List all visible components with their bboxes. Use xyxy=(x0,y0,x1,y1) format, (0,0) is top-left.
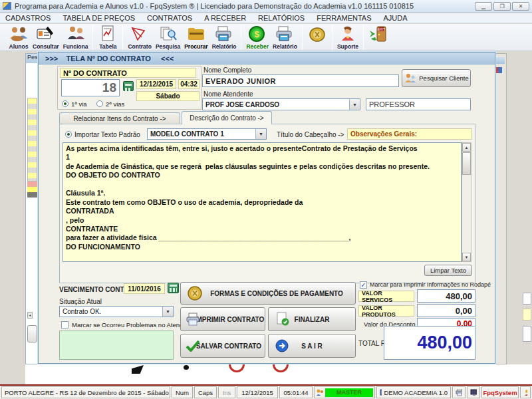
status-bar: PORTO ALEGRE - RS 12 de Dezembro de 2015… xyxy=(0,386,532,399)
chevron-down-icon[interactable]: ▼ xyxy=(349,99,360,110)
products-value[interactable]: 0,00 xyxy=(417,304,475,317)
contract-text-area[interactable]: As partes acima identificadas têm, entre… xyxy=(63,142,462,262)
background-value-box xyxy=(523,326,531,342)
attendant-combo[interactable]: PROF JOSE CARDOSO ▼ xyxy=(202,98,360,110)
menu-item-a-receber[interactable]: A RECEBER xyxy=(204,14,246,22)
status-date: 12/12/2015 xyxy=(237,386,278,398)
menu-item-cadastros[interactable]: CADASTROS xyxy=(5,14,51,22)
menu-item-contratos[interactable]: CONTRATOS xyxy=(147,14,192,22)
tab-relacionar-itens[interactable]: Relacionar Itens do Contrato -> xyxy=(59,112,180,124)
pen-contract-icon xyxy=(130,25,150,43)
toolbar-funcionario-button[interactable]: Funciona xyxy=(61,25,90,51)
via2-label: 2ª vias xyxy=(106,100,124,108)
menu-bar: CADASTROS TABELA DE PREÇOS CONTRATOS A R… xyxy=(0,13,532,23)
toolbar-receber-button[interactable]: $ Receber xyxy=(244,25,271,51)
attendant-role-input[interactable]: PROFESSOR xyxy=(366,98,471,110)
toolbar-suporte-button[interactable]: Suporte xyxy=(335,25,360,51)
app-icon xyxy=(3,2,11,10)
clear-text-button[interactable]: Limpar Texto xyxy=(424,265,472,276)
due-date-input[interactable]: 11/01/2016 xyxy=(124,283,165,294)
toolbar-procurar-button[interactable]: Procurar xyxy=(182,25,209,51)
menu-item-ajuda[interactable]: AJUDA xyxy=(384,14,408,22)
toolbar-separator xyxy=(241,25,241,50)
payment-button[interactable]: FORMAS E CONDIÇÕES DE PAGAMENTO xyxy=(180,282,356,305)
svg-text:$: $ xyxy=(255,29,260,39)
menu-item-tabela-de-precos[interactable]: TABELA DE PREÇOS xyxy=(63,14,135,22)
toolbar-exit-button[interactable]: EXIT xyxy=(366,25,390,44)
status-printer[interactable] xyxy=(452,386,466,398)
calculator-icon[interactable] xyxy=(123,81,134,91)
toolbar-relatorio-button[interactable]: Relatório xyxy=(210,25,239,51)
chevron-down-icon[interactable]: ▼ xyxy=(255,129,266,139)
students-icon xyxy=(9,25,29,43)
attendant-label: Nome Atendente xyxy=(203,90,253,98)
services-value[interactable]: 480,00 xyxy=(417,289,475,303)
toolbar: Alunos Consultar Funciona Tabela xyxy=(0,24,532,51)
restore-button[interactable]: ❐ xyxy=(493,2,511,11)
toolbar-separator xyxy=(122,25,123,50)
menu-item-relatorios[interactable]: RELATÓRIOS xyxy=(258,14,305,22)
dialog-titlebar[interactable]: >>> TELA Nº DO CONTRATO <<< xyxy=(39,53,495,65)
header-title-input[interactable]: Observações Gerais: xyxy=(347,128,472,140)
chevron-down-icon[interactable]: ▼ xyxy=(162,307,173,317)
toolbar-consultar-button[interactable]: Consultar xyxy=(31,25,61,51)
status-monitor[interactable] xyxy=(467,386,480,398)
toolbar-contrato-button[interactable]: Contrato xyxy=(126,25,153,51)
minimize-button[interactable]: ▁ xyxy=(475,2,492,11)
calendar-icon[interactable] xyxy=(168,283,179,293)
footer-print-checkbox-label: Marcar para Imprimir Informações no Roda… xyxy=(370,281,491,288)
contract-text-scrollbar[interactable]: ▲ ▼ xyxy=(462,142,471,262)
tab-descricao-contrato[interactable]: Descrição do Contrato -> xyxy=(182,111,272,124)
search-client-button[interactable]: Pesquisar Cliente xyxy=(402,69,471,87)
toolbar-relatorio2-button[interactable]: Relatório xyxy=(271,25,299,51)
status-combo[interactable]: Contrato OK. ▼ xyxy=(59,306,174,317)
contract-number-input[interactable]: 18 xyxy=(61,79,120,96)
toolbar-separator xyxy=(92,25,93,50)
toolbar-pesquisa-button[interactable]: Pesquisa xyxy=(154,25,182,51)
user-icon xyxy=(523,389,527,396)
background-window-right xyxy=(495,53,507,364)
menu-item-ferramentas[interactable]: FERRAMENTAS xyxy=(317,14,371,22)
background-value-box xyxy=(523,309,531,321)
toolbar-tabela-button[interactable]: Tabela xyxy=(96,25,120,51)
gold-coin-icon xyxy=(186,285,203,301)
scroll-thumb[interactable] xyxy=(462,152,471,175)
finalize-button[interactable]: FINALIZAR xyxy=(268,307,356,331)
toolbar-alunos-button[interactable]: Alunos xyxy=(7,25,31,51)
status-brand: FpqSystem xyxy=(481,386,519,398)
arrow-circle-icon xyxy=(275,339,289,352)
status-demo: DEMO ACADEMIA 1.0 xyxy=(376,386,451,398)
check-icon xyxy=(186,340,200,352)
exit-button[interactable]: S A I R xyxy=(268,334,356,358)
client-name-input[interactable]: EVERADO JUNIOR xyxy=(202,74,399,87)
gold-coin-icon xyxy=(307,25,327,43)
problem-notes-box[interactable] xyxy=(59,331,174,360)
status-user: MASTER xyxy=(314,386,375,398)
import-text-radio[interactable] xyxy=(65,131,72,138)
scroll-down-icon[interactable]: ▼ xyxy=(462,253,471,261)
scroll-left-arrow[interactable]: ◂ xyxy=(27,312,33,319)
doc-check-icon xyxy=(275,312,290,327)
total-value[interactable]: 480,00 xyxy=(384,326,475,360)
status-help[interactable] xyxy=(520,386,531,398)
status-time: 05:01:44 xyxy=(279,386,313,398)
window-title: Programa para Academia e Alunos v1.0 - F… xyxy=(15,2,414,10)
save-contract-button[interactable]: SALVAR CONTRATO xyxy=(180,334,265,358)
background-button-fragment xyxy=(27,325,37,342)
via1-radio[interactable] xyxy=(62,100,68,107)
model-combo[interactable]: MODELO CONTRATO 1 ▼ xyxy=(147,128,267,140)
print-contract-button[interactable]: IMPRIMIR CONTRATO xyxy=(180,307,265,331)
id-card-icon xyxy=(36,25,56,43)
problem-checkbox[interactable] xyxy=(61,321,68,329)
logo-fragment xyxy=(184,365,189,370)
via1-label: 1ª via xyxy=(71,100,87,108)
products-label: VALOR PRODUTOS xyxy=(358,305,414,317)
footer-print-checkbox[interactable]: ✓ xyxy=(360,281,367,289)
status-caps: Caps xyxy=(194,386,217,398)
close-button[interactable]: ✕ xyxy=(512,2,529,11)
scroll-up-icon[interactable]: ▲ xyxy=(462,143,471,152)
via2-radio[interactable] xyxy=(96,100,103,107)
toolbar-coin-button[interactable] xyxy=(305,25,329,44)
printer-icon xyxy=(186,313,200,326)
app-window: Programa para Academia e Alunos v1.0 - F… xyxy=(0,0,532,399)
